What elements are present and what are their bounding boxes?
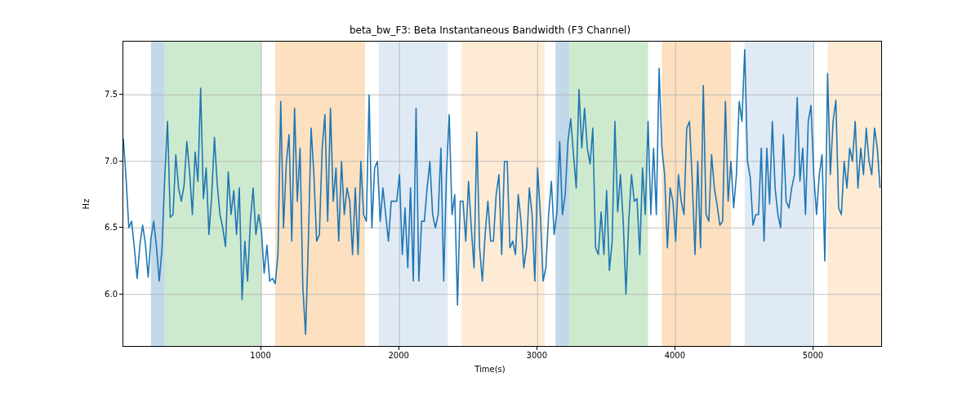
background-band — [151, 42, 165, 346]
x-tick-mark — [261, 347, 261, 350]
y-axis-label: Hz — [82, 199, 91, 210]
background-band — [745, 42, 814, 346]
x-tick-mark — [813, 347, 813, 350]
chart-title: beta_bw_F3: Beta Instantaneous Bandwidth… — [0, 24, 980, 36]
x-tick-label: 4000 — [665, 351, 685, 360]
x-tick-label: 2000 — [388, 351, 408, 360]
x-tick-mark — [537, 347, 537, 350]
x-tick-mark — [399, 347, 399, 350]
y-tick-label: 6.5 — [105, 223, 118, 232]
chart-figure: beta_bw_F3: Beta Instantaneous Bandwidth… — [0, 0, 980, 408]
y-tick-mark — [119, 227, 122, 228]
background-band — [827, 42, 881, 346]
x-tick-mark — [675, 347, 675, 350]
y-tick-label: 6.0 — [105, 289, 118, 298]
y-tick-label: 7.0 — [105, 156, 118, 165]
x-tick-label: 5000 — [803, 351, 823, 360]
plot-svg — [123, 42, 881, 346]
x-tick-label: 3000 — [527, 351, 547, 360]
background-band — [569, 42, 648, 346]
plot-area — [122, 41, 882, 347]
y-tick-label: 7.5 — [105, 90, 118, 99]
y-tick-mark — [119, 94, 122, 95]
background-band — [379, 42, 448, 346]
x-axis-label: Time(s) — [0, 365, 980, 374]
y-tick-mark — [119, 161, 122, 162]
x-tick-label: 1000 — [250, 351, 270, 360]
y-tick-mark — [119, 294, 122, 295]
